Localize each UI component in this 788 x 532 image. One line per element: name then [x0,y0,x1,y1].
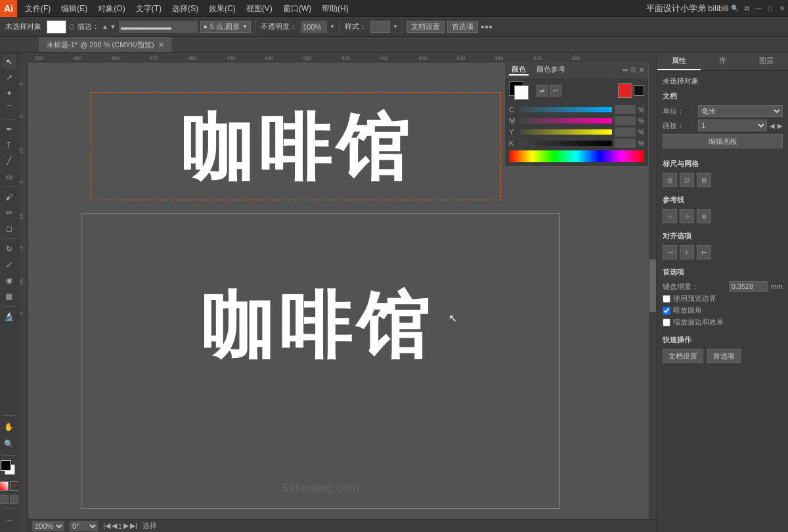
menu-window[interactable]: 窗口(W) [278,0,317,17]
menu-help[interactable]: 帮助(H) [317,0,354,17]
active-color-swatch[interactable] [618,83,632,98]
c-input[interactable] [615,105,636,114]
swap-colors-icon[interactable]: ⇄ [536,85,548,97]
scale-stroke-checkbox[interactable] [663,319,670,326]
stroke-up-icon[interactable]: ▲ [102,23,108,30]
rect-tool[interactable]: ▭ [2,169,16,184]
align-left-icon[interactable]: ⊣ [663,245,677,259]
snap-corners-checkbox[interactable] [663,307,670,315]
color-tab[interactable]: 颜色 [509,64,529,76]
hand-tool[interactable]: ✋ [2,420,16,434]
scrollbar-thumb[interactable] [649,259,656,312]
brush-style-input[interactable] [119,21,198,33]
page-prev-btn[interactable]: ◀ [112,521,117,530]
k-input[interactable] [615,139,636,148]
menu-type[interactable]: 文字(T) [131,0,167,17]
snap-grid-icon[interactable]: ⊠ [697,173,711,187]
artboard-next-icon[interactable]: ▶ [777,122,783,129]
rotation-select[interactable]: 0° 90° 180° [70,521,98,531]
k-slider[interactable] [519,141,612,146]
blend-tool[interactable]: ◉ [2,273,16,288]
chart-tool[interactable]: ▦ [2,289,16,303]
pencil-tool[interactable]: ✏ [2,206,16,220]
zoom-select[interactable]: 200% 100% 150% 300% [32,521,64,531]
panel-close-icon[interactable]: ✕ [639,66,644,74]
menu-view[interactable]: 视图(V) [241,0,278,17]
fill-swatch[interactable] [47,20,66,33]
zoom-tool[interactable]: 🔍 [2,437,16,451]
menu-object[interactable]: 对象(O) [93,0,130,17]
menu-effect[interactable]: 效果(C) [204,0,241,17]
page-first-btn[interactable]: |◀ [103,521,110,530]
opacity-input[interactable] [301,21,327,33]
pen-tool[interactable]: ✒ [2,122,16,137]
quick-doc-settings-btn[interactable]: 文档设置 [663,349,703,363]
tab-properties[interactable]: 属性 [657,53,701,70]
color-spectrum[interactable] [509,150,644,162]
none-swatch[interactable]: ✕ [10,481,19,491]
brush-dropdown-icon[interactable]: ▼ [242,24,248,30]
menu-edit[interactable]: 编辑(E) [56,0,93,17]
quick-preferences-btn[interactable]: 首选项 [707,349,741,363]
artboard-select[interactable]: 1 [698,120,767,131]
page-next-btn[interactable]: ▶ [123,521,129,530]
ruler-icon[interactable]: ⊞ [663,173,677,187]
grid-icon[interactable]: ⊡ [680,173,694,187]
y-slider[interactable] [519,129,612,135]
direct-selection-tool[interactable]: ↗ [2,70,16,85]
tab-layers[interactable]: 图层 [745,53,788,70]
eraser-tool[interactable]: ◻ [2,221,16,236]
maximize-icon[interactable]: □ [766,4,775,13]
bg-swatch[interactable] [514,85,529,100]
align-center-icon[interactable]: ⊦ [680,245,694,259]
c-slider[interactable] [519,107,612,112]
keyboard-increment-input[interactable] [729,281,768,292]
rotate-tool[interactable]: ↻ [2,242,16,256]
unit-select[interactable]: 毫米 像素 点 [698,105,783,117]
gradient-swatch[interactable] [0,481,9,491]
artboard-prev-icon[interactable]: ◀ [770,122,775,129]
style-swatch[interactable] [370,21,390,33]
close-icon[interactable]: ✕ [777,4,787,13]
scale-tool[interactable]: ⤢ [2,257,16,272]
vertical-scrollbar[interactable] [649,62,657,519]
style-dropdown-icon[interactable]: ▼ [393,24,398,30]
guide-h-icon[interactable]: ⊹ [663,209,677,223]
panel-rearrange-icon[interactable]: ⇔ [623,66,628,74]
guide-clear-icon[interactable]: ⊗ [697,209,711,223]
minimize-icon[interactable]: — [754,4,763,13]
selection-tool[interactable]: ↖ [2,55,16,69]
tab-library[interactable]: 库 [701,53,744,70]
magic-wand-tool[interactable]: ✦ [2,86,16,100]
guide-v-icon[interactable]: ⊹ [680,209,694,223]
menu-select[interactable]: 选择(S) [167,0,204,17]
m-slider[interactable] [519,118,612,123]
arrange-icon[interactable]: ⧉ [742,4,751,13]
tab-close-icon[interactable]: ✕ [158,41,164,49]
y-input[interactable] [615,127,636,137]
menu-file[interactable]: 文件(F) [20,0,56,17]
reset-colors-icon[interactable]: ↩ [550,85,561,97]
type-tool[interactable]: T [2,138,16,152]
more-tools-btn[interactable]: ··· [2,513,16,527]
draw-inside-icon[interactable] [0,495,9,504]
color-reference-tab[interactable]: 颜色参考 [534,64,568,76]
preferences-btn[interactable]: 首选项 [447,21,478,33]
opacity-dropdown-icon[interactable]: ▼ [330,24,335,30]
panel-options-icon[interactable]: ☰ [630,66,636,74]
fg-color-swatch[interactable] [1,460,11,471]
align-right-icon[interactable]: ⊢ [697,245,711,259]
document-tab[interactable]: 未标题-1* @ 200 % (CMYK/预览) ✕ [39,37,171,52]
draw-behind-icon[interactable] [10,495,19,504]
lasso-tool[interactable]: ⌒ [2,102,16,116]
stroke-down-icon[interactable]: ▼ [110,23,116,30]
page-last-btn[interactable]: ▶| [130,521,137,530]
eyedropper-tool[interactable]: 🔬 [2,309,16,324]
paintbrush-tool[interactable]: 🖌 [2,190,16,204]
search-icon[interactable]: 🔍 [730,4,739,13]
canvas-area[interactable]: 500 490 480 470 460 450 440 430 420 410 … [18,53,657,532]
doc-settings-btn[interactable]: 文档设置 [406,21,445,33]
line-tool[interactable]: ╱ [2,154,16,168]
preview-bounds-checkbox[interactable] [663,295,670,303]
edit-artboard-btn[interactable]: 编辑画板 [663,134,783,148]
